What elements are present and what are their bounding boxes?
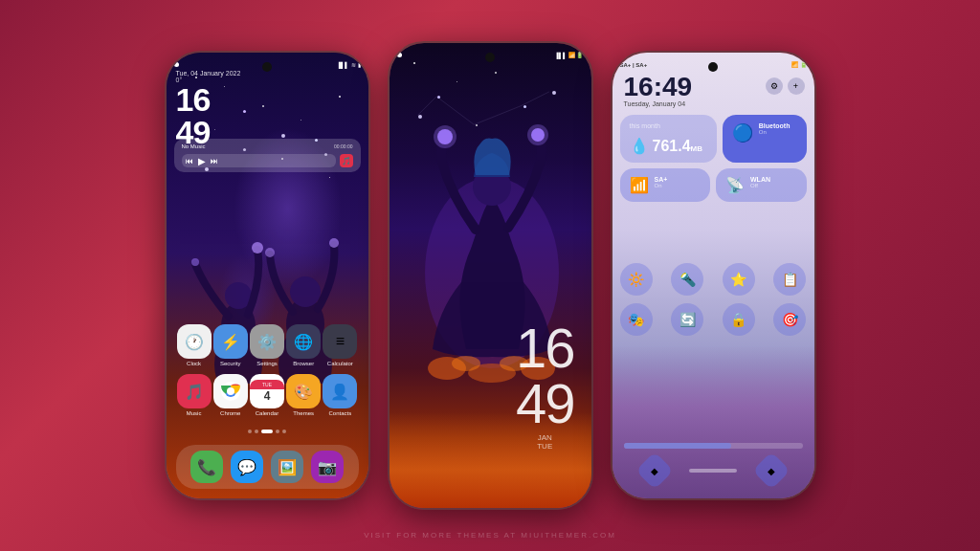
app-chrome[interactable]: Chrome: [213, 374, 248, 416]
calculator-icon: ≡: [323, 324, 357, 359]
app-calculator[interactable]: ≡ Calculator: [323, 324, 357, 366]
sa-plus-tile[interactable]: 📶 SA+ On: [620, 168, 711, 202]
dot-3-active: [261, 430, 273, 433]
big-clock-2: 16 49 JAN TUE: [516, 320, 574, 451]
phone1-background: ▐▌▌ ≋ ▮ Tue, 04 January 2022 0° 16 49: [167, 53, 368, 498]
watermark: VISIT FOR MORE THEMES AT MIUITHEMER.COM: [364, 531, 616, 540]
app-contacts[interactable]: 👤 Contacts: [323, 374, 357, 416]
volume-brightness-bars: [624, 443, 803, 452]
time-3: 16:49: [624, 74, 693, 100]
data-icon: 💧: [630, 137, 649, 155]
settings-icon: ⚙️: [250, 324, 284, 359]
status-icons-1: ▐▌▌ ≋ ▮: [337, 61, 361, 68]
svg-point-12: [227, 387, 234, 395]
app-music-label: Music: [187, 410, 202, 416]
music-controls-1: ⏮ ▶ ⏭ 🎵: [182, 154, 353, 167]
next-button-1[interactable]: ⏭: [211, 157, 218, 165]
icon-flashlight[interactable]: 🔦: [671, 263, 703, 296]
svg-point-20: [434, 125, 457, 148]
icon-mode[interactable]: 🎭: [620, 303, 653, 336]
app-clock[interactable]: 🕐 Clock: [177, 324, 212, 366]
icon-rotate[interactable]: 🔄: [671, 303, 703, 336]
music-bar-1: ⏮ ▶ ⏭: [182, 154, 336, 167]
icon-lock[interactable]: 🔒: [723, 303, 755, 336]
data-label: this month: [630, 122, 660, 129]
wlan-icon: 📡: [725, 176, 745, 194]
bluetooth-icon: 🔵: [732, 122, 753, 143]
camera-dot-2: [485, 53, 495, 62]
app-contacts-label: Contacts: [329, 410, 352, 416]
clock-hour-1: 16: [176, 83, 211, 116]
icon-brightness[interactable]: 🔆: [620, 263, 653, 296]
status-dot-2: [397, 53, 402, 57]
signal-icon-2: ▐▌▌ 📶 🔋: [554, 52, 583, 58]
phone-3: SA+ | SA+ 📶 🔋 16:49 Tuesday, January 04 …: [611, 51, 816, 500]
bluetooth-tile[interactable]: 🔵 Bluetooth On: [723, 115, 807, 163]
dock-photos[interactable]: 🖼️: [271, 451, 303, 483]
data-tile[interactable]: this month 💧 761.4MB: [620, 115, 717, 163]
sa-text: SA+ On: [655, 176, 668, 188]
app-settings[interactable]: ⚙️ Settings: [250, 324, 284, 366]
browser-icon: 🌐: [286, 324, 321, 359]
dock-camera[interactable]: 📷: [311, 451, 344, 483]
music-player-1[interactable]: No Music 00:00:00 ⏮ ▶ ⏭ 🎵: [174, 139, 361, 172]
wifi-icon: ≋: [351, 61, 356, 68]
clock-widget-1: Tue, 04 January 2022 0° 16 49: [176, 70, 246, 148]
app-security[interactable]: ⚡ Security: [213, 324, 248, 366]
svg-point-9: [265, 248, 275, 257]
svg-point-7: [329, 238, 339, 248]
diamond-icon-left[interactable]: ◆: [636, 452, 675, 490]
control-row-2: 📶 SA+ On 📡 WLAN Off: [620, 168, 807, 202]
diamond-icon-right[interactable]: ◆: [752, 452, 791, 490]
app-clock-label: Clock: [187, 361, 201, 366]
app-browser[interactable]: 🌐 Browser: [286, 324, 321, 366]
bluetooth-label: Bluetooth: [759, 122, 791, 129]
app-settings-label: Settings: [256, 361, 278, 366]
play-button-1[interactable]: ▶: [198, 156, 206, 166]
control-panel-3: this month 💧 761.4MB 🔵 Bluetooth On: [620, 115, 807, 208]
svg-point-5: [290, 276, 321, 307]
status-right-3: 📶 🔋: [791, 61, 807, 68]
clock-temp-1: 0°: [176, 77, 241, 83]
dot-4: [276, 430, 279, 433]
control-row-1: this month 💧 761.4MB 🔵 Bluetooth On: [620, 115, 807, 163]
music-time-1: 00:00:00: [206, 143, 353, 152]
camera-dot-3: [708, 62, 718, 72]
battery-icon-3: 🔋: [800, 61, 807, 68]
plus-icon-3[interactable]: +: [788, 77, 805, 95]
icon-row-3-2: 🎭 🔄 🔒 🎯: [620, 303, 807, 336]
sa-status: On: [655, 183, 668, 188]
icon-star[interactable]: ⭐: [723, 263, 755, 296]
gear-icon-3[interactable]: ⚙: [766, 77, 783, 95]
camera-dot-1: [262, 62, 272, 72]
home-pill[interactable]: [689, 469, 737, 473]
dock-messages[interactable]: 💬: [231, 451, 263, 483]
big-date-month: JAN: [538, 433, 552, 442]
icon-target[interactable]: 🎯: [773, 303, 806, 336]
phone2-background: ▐▌▌ 📶 🔋 16 49 JAN TUE: [390, 43, 591, 508]
prev-button-1[interactable]: ⏮: [186, 157, 193, 165]
svg-point-22: [527, 124, 548, 145]
app-calendar[interactable]: TUE 4 Calendar: [250, 374, 284, 416]
app-row-2: 🎵 Music Chrome TUE 4 Calendar: [176, 374, 359, 416]
app-themes[interactable]: 🎨 Themes: [286, 374, 321, 416]
big-time-bottom: 49: [516, 376, 574, 431]
app-chrome-label: Chrome: [220, 410, 240, 416]
wlan-tile[interactable]: 📡 WLAN Off: [716, 168, 807, 202]
status-dot-1: [174, 62, 179, 67]
data-amount: 761.4MB: [653, 139, 703, 154]
dock-1: 📞 💬 🖼️ 📷: [176, 445, 359, 489]
dock-phone[interactable]: 📞: [190, 451, 223, 483]
date-3: Tuesday, January 04: [624, 100, 693, 107]
clock-icon: 🕐: [177, 324, 212, 359]
phone-2: ▐▌▌ 📶 🔋 16 49 JAN TUE: [388, 41, 593, 510]
app-music[interactable]: 🎵 Music: [177, 374, 212, 416]
signal-icon-3: 📶: [791, 61, 798, 68]
bottom-bar-3: ◆ ◆: [612, 457, 814, 484]
wlan-status: Off: [750, 183, 770, 188]
app-calendar-label: Calendar: [256, 410, 278, 416]
app-browser-label: Browser: [293, 361, 314, 366]
themes-icon: 🎨: [286, 374, 321, 408]
music-progress-1: 🎵: [340, 154, 353, 167]
icon-clipboard[interactable]: 📋: [773, 263, 806, 296]
